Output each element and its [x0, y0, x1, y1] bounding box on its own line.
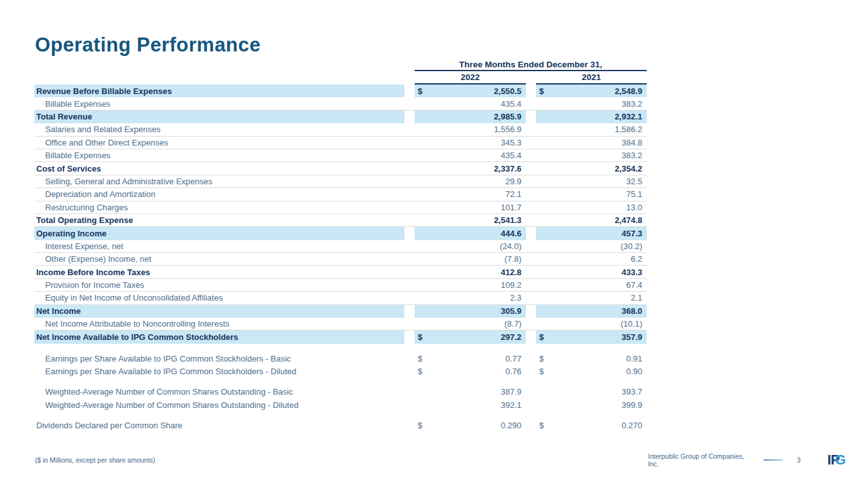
dollar-sign: $ — [539, 421, 544, 430]
row-label: Restructuring Charges — [34, 201, 404, 214]
slide: Operating Performance Three Months Ended… — [0, 0, 868, 488]
cell-2022: (7.8) — [415, 253, 526, 265]
column-gap — [526, 97, 536, 109]
table-year-header-row: 2022 2021 — [34, 71, 647, 85]
column-gap — [404, 123, 415, 135]
table-row: Depreciation and Amortization72.175.1 — [34, 188, 647, 201]
cell-value: 435.4 — [500, 151, 521, 160]
cell-2022: 435.4 — [415, 149, 526, 161]
cell-value: 435.4 — [500, 99, 521, 109]
cell-2021: (10.1) — [536, 318, 647, 330]
row-label: Salaries and Related Expenses — [34, 123, 404, 135]
column-gap — [526, 201, 536, 214]
column-gap — [526, 137, 536, 149]
cell-2021: 2,474.8 — [536, 214, 647, 226]
column-gap — [404, 352, 415, 365]
row-label: Cost of Services — [34, 162, 404, 174]
year-header-spacer — [34, 71, 404, 85]
cell-value: 2,932.1 — [615, 112, 642, 121]
table-row: Weighted-Average Number of Common Shares… — [34, 398, 647, 411]
cell-2022: 2.3 — [415, 292, 526, 304]
footer-divider — [764, 459, 783, 461]
column-gap — [404, 292, 415, 304]
cell-value: 393.7 — [621, 387, 642, 396]
dollar-sign: $ — [418, 421, 422, 430]
column-header-2022: 2022 — [415, 71, 526, 85]
cell-2021: $0.90 — [536, 365, 647, 377]
cell-2022: (24.0) — [415, 240, 526, 252]
row-label: Selling, General and Administrative Expe… — [34, 175, 404, 187]
column-gap — [526, 123, 536, 135]
cell-2021: 2.1 — [536, 292, 647, 304]
column-gap — [526, 188, 536, 200]
cell-2022: 109.2 — [415, 279, 526, 291]
cell-2022: $297.2 — [415, 330, 526, 343]
table-row: Net Income Attributable to Noncontrollin… — [34, 318, 647, 330]
page-title: Operating Performance — [35, 34, 261, 57]
column-gap — [404, 162, 415, 174]
cell-2022: 305.9 — [415, 305, 526, 318]
financial-table-body: Revenue Before Billable Expenses$2,550.5… — [34, 85, 647, 344]
table-row: Provision for Income Taxes109.267.4 — [34, 279, 647, 292]
financial-table: Three Months Ended December 31, 2022 202… — [34, 60, 647, 432]
cell-value: 0.91 — [626, 354, 642, 363]
page-number: 3 — [797, 456, 801, 464]
cell-value: 2,354.2 — [615, 164, 642, 173]
table-row: Cost of Services2,337.62,354.2 — [34, 162, 647, 175]
table-period-header: Three Months Ended December 31, — [415, 60, 647, 71]
table-row: Total Operating Expense2,541.32,474.8 — [34, 214, 647, 227]
column-gap — [404, 398, 415, 411]
cell-2021: 368.0 — [536, 305, 647, 318]
cell-value: 2,337.6 — [494, 164, 521, 173]
column-gap — [404, 240, 415, 252]
cell-2022: 392.1 — [415, 398, 526, 411]
cell-2022: 29.9 — [415, 175, 526, 187]
column-gap — [404, 137, 415, 149]
cell-value: 392.1 — [500, 400, 521, 410]
dollar-sign: $ — [539, 332, 544, 342]
cell-2022: 435.4 — [415, 97, 526, 109]
cell-value: 109.2 — [500, 280, 521, 290]
column-gap — [526, 149, 536, 161]
column-gap — [404, 175, 415, 187]
row-label: Total Operating Expense — [34, 214, 404, 226]
cell-2022: 345.3 — [415, 137, 526, 149]
cell-value: 2,474.8 — [615, 215, 642, 225]
cell-2021: 393.7 — [536, 386, 647, 398]
row-label: Billable Expenses — [34, 149, 404, 161]
cell-2021: 2,932.1 — [536, 111, 647, 123]
cell-value: 2,541.3 — [494, 215, 521, 225]
table-row: Weighted-Average Number of Common Shares… — [34, 386, 647, 398]
cell-value: 0.290 — [500, 421, 521, 430]
column-gap — [526, 419, 536, 431]
footer-company: Interpublic Group of Companies, Inc. — [648, 452, 756, 468]
cell-2021: 32.5 — [536, 175, 647, 187]
cell-2022: 72.1 — [415, 188, 526, 200]
ipg-logo: IP G — [827, 453, 845, 467]
column-gap — [526, 292, 536, 304]
cell-value: (7.8) — [504, 254, 521, 264]
cell-2022: $0.290 — [415, 419, 526, 431]
table-row: Net Income305.9368.0 — [34, 305, 647, 318]
column-gap — [526, 352, 536, 365]
column-gap — [526, 266, 536, 278]
column-gap — [404, 111, 415, 123]
column-gap — [526, 253, 536, 265]
cell-value: 2,548.9 — [615, 86, 642, 96]
cell-2021: 383.2 — [536, 149, 647, 161]
cell-2021: 383.2 — [536, 97, 647, 109]
cell-value: 0.76 — [506, 367, 521, 376]
row-label: Operating Income — [34, 227, 404, 240]
cell-value: (30.2) — [621, 241, 642, 251]
cell-value: 1,556.9 — [494, 125, 521, 134]
cell-2022: 101.7 — [415, 201, 526, 214]
cell-value: (10.1) — [621, 319, 642, 329]
table-row: Operating Income444.6457.3 — [34, 227, 647, 240]
table-row: Selling, General and Administrative Expe… — [34, 175, 647, 188]
cell-2022: 1,556.9 — [415, 123, 526, 135]
column-gap — [526, 398, 536, 411]
table-spacer — [34, 344, 647, 352]
cell-2021: 433.3 — [536, 266, 647, 278]
table-row: Other (Expense) Income, net(7.8)6.2 — [34, 253, 647, 266]
cell-value: 345.3 — [500, 138, 521, 147]
